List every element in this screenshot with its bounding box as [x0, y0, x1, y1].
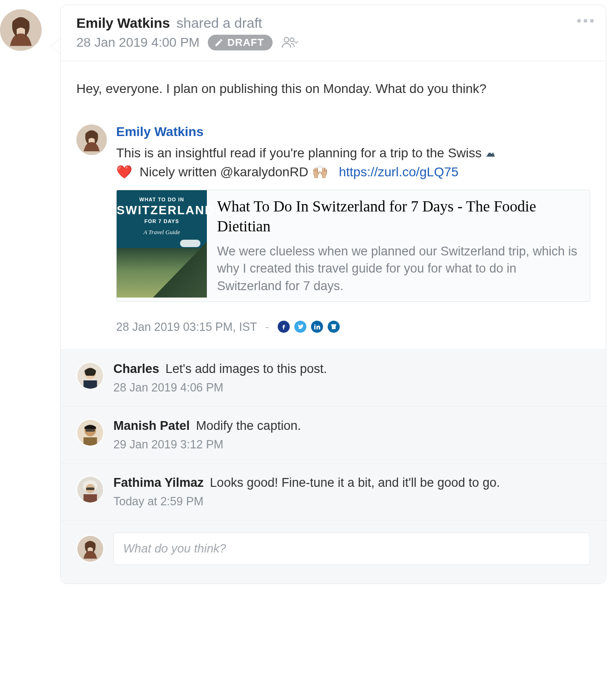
- link-preview-title: What To Do In Switzerland for 7 Days - T…: [217, 197, 581, 236]
- comment-text: Modify the caption.: [196, 419, 301, 433]
- mountain-icon: [485, 146, 496, 160]
- comment-author[interactable]: Fathima Yilmaz: [113, 476, 204, 490]
- link-preview-card[interactable]: WHAT TO DO IN SWITZERLAND FOR 7 DAYS A T…: [116, 190, 590, 302]
- author-avatar[interactable]: [0, 9, 42, 51]
- pencil-icon: [214, 38, 224, 47]
- embed-text-line2: Nicely written @karalydonRD: [140, 165, 309, 179]
- twitter-icon[interactable]: [294, 321, 306, 333]
- comment-text: Looks good! Fine-tune it a bit, and it'l…: [210, 476, 500, 490]
- thumb-line2: SWITZERLAND: [117, 203, 207, 217]
- embedded-post: Emily Watkins This is an insightful read…: [76, 124, 590, 334]
- thumb-line4: A Travel Guide: [117, 229, 207, 236]
- header-action: shared a draft: [176, 15, 262, 31]
- meta-sep: -: [265, 320, 269, 334]
- draft-badge[interactable]: DRAFT: [208, 35, 273, 50]
- embed-text-line1: This is an insightful read if you're pla…: [116, 146, 482, 160]
- card-body: Hey, everyone. I plan on publishing this…: [61, 61, 606, 349]
- facebook-icon[interactable]: [278, 321, 290, 333]
- embed-author[interactable]: Emily Watkins: [116, 124, 590, 139]
- comment-row: Fathima Yilmaz Looks good! Fine-tune it …: [61, 464, 606, 521]
- comment-timestamp: 29 Jan 2019 3:12 PM: [113, 438, 590, 451]
- comments-section: Charles Let's add images to this post. 2…: [61, 349, 606, 584]
- embed-timestamp: 28 Jan 2019 03:15 PM, IST: [116, 320, 257, 334]
- heart-icon: ❤️: [116, 165, 132, 179]
- svg-point-2: [284, 37, 289, 42]
- link-preview-thumb: WHAT TO DO IN SWITZERLAND FOR 7 DAYS A T…: [117, 190, 207, 298]
- header-timestamp: 28 Jan 2019 4:00 PM: [76, 35, 199, 50]
- comment-avatar[interactable]: [76, 362, 104, 390]
- svg-rect-11: [86, 429, 95, 432]
- comment-row: Manish Patel Modify the caption. 29 Jan …: [61, 407, 606, 464]
- svg-rect-8: [83, 380, 97, 389]
- post-message: Hey, everyone. I plan on publishing this…: [76, 80, 590, 98]
- comment-row: Charles Let's add images to this post. 2…: [61, 350, 606, 407]
- thumb-line3: FOR 7 DAYS: [117, 218, 207, 224]
- draft-badge-label: DRAFT: [227, 37, 264, 49]
- comment-text: Let's add images to this post.: [166, 362, 327, 376]
- reply-row: [61, 521, 606, 584]
- svg-rect-17: [83, 494, 97, 503]
- svg-point-3: [290, 38, 294, 42]
- post-card: Emily Watkins shared a draft 28 Jan 2019…: [60, 5, 606, 584]
- comment-timestamp: 28 Jan 2019 4:06 PM: [113, 381, 590, 394]
- svg-rect-16: [86, 487, 94, 490]
- comment-timestamp: Today at 2:59 PM: [113, 495, 590, 508]
- audience-icon[interactable]: [281, 36, 299, 50]
- linkedin-icon[interactable]: [311, 321, 323, 333]
- embed-meta: 28 Jan 2019 03:15 PM, IST -: [116, 320, 590, 334]
- embed-author-avatar[interactable]: [76, 124, 107, 155]
- card-header: Emily Watkins shared a draft 28 Jan 2019…: [61, 5, 606, 61]
- google-business-icon[interactable]: [328, 321, 340, 333]
- more-options-icon[interactable]: [577, 19, 594, 23]
- reply-input[interactable]: [113, 533, 590, 565]
- thumb-line1: WHAT TO DO IN: [117, 197, 207, 202]
- link-preview-desc: We were clueless when we planned our Swi…: [217, 243, 581, 295]
- comment-avatar[interactable]: [76, 419, 104, 447]
- header-author[interactable]: Emily Watkins: [76, 15, 170, 31]
- reply-avatar[interactable]: [76, 535, 104, 563]
- comment-avatar[interactable]: [76, 476, 104, 503]
- comment-author[interactable]: Manish Patel: [113, 419, 190, 433]
- embed-link[interactable]: https://zurl.co/gLQ75: [339, 165, 458, 179]
- hands-icon: 🙌🏼: [312, 165, 328, 179]
- comment-author[interactable]: Charles: [113, 362, 159, 376]
- svg-rect-12: [83, 437, 97, 446]
- social-networks: [278, 321, 340, 333]
- embed-text: This is an insightful read if you're pla…: [116, 144, 590, 181]
